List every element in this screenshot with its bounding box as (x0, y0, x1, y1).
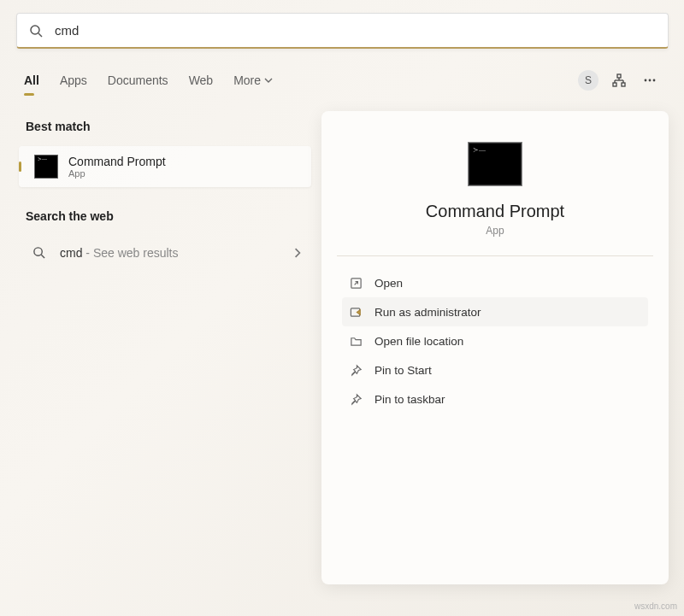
action-open-file-location[interactable]: Open file location (342, 326, 648, 355)
avatar[interactable]: S (578, 70, 598, 91)
svg-line-13 (41, 255, 44, 258)
tab-web[interactable]: Web (189, 67, 214, 94)
svg-rect-2 (617, 74, 621, 78)
search-web-header: Search the web (19, 209, 311, 223)
preview-panel: Command Prompt App Open Run as administr… (321, 111, 669, 584)
results-panel: Best match Command Prompt App Search the… (19, 120, 311, 270)
tab-more[interactable]: More (233, 67, 273, 94)
svg-point-9 (645, 79, 647, 82)
action-run-as-admin[interactable]: Run as administrator (342, 297, 648, 326)
preview-app-icon (468, 142, 522, 186)
open-icon (349, 276, 363, 290)
cmd-thumbnail-icon (34, 155, 58, 179)
svg-point-10 (649, 79, 652, 82)
action-label: Pin to Start (374, 364, 432, 377)
action-pin-to-start[interactable]: Pin to Start (342, 355, 648, 384)
action-label: Pin to taskbar (374, 393, 445, 406)
pin-icon (349, 363, 363, 377)
admin-icon (349, 305, 363, 319)
watermark: wsxdn.com (634, 601, 677, 611)
svg-rect-4 (622, 83, 625, 86)
action-open[interactable]: Open (342, 268, 648, 297)
tab-apps[interactable]: Apps (60, 67, 87, 94)
best-match-header: Best match (19, 120, 311, 133)
chevron-down-icon (264, 76, 273, 85)
search-bar[interactable] (16, 13, 669, 49)
web-item-hint: - See web results (82, 246, 178, 260)
svg-rect-3 (613, 83, 616, 86)
svg-point-11 (653, 79, 656, 82)
search-input[interactable] (55, 23, 656, 38)
svg-point-12 (34, 248, 42, 255)
search-icon (32, 246, 46, 260)
action-label: Open (374, 277, 403, 290)
svg-line-1 (38, 33, 42, 37)
chevron-right-icon (292, 248, 303, 258)
tab-documents[interactable]: Documents (108, 67, 168, 94)
best-match-subtitle: App (68, 168, 166, 179)
pin-icon (349, 392, 363, 406)
action-list: Open Run as administrator Open file loca… (342, 268, 648, 414)
web-item-query: cmd (60, 246, 82, 260)
preview-subtitle: App (342, 225, 648, 237)
org-chart-icon[interactable] (609, 70, 629, 91)
web-item-text: cmd - See web results (60, 246, 292, 260)
preview-title: Command Prompt (342, 202, 648, 221)
action-label: Open file location (374, 335, 463, 348)
tab-all[interactable]: All (24, 67, 39, 94)
action-label: Run as administrator (374, 306, 481, 319)
best-match-title: Command Prompt (68, 155, 166, 168)
svg-point-0 (31, 26, 39, 34)
divider (337, 255, 653, 256)
filter-tabs: All Apps Documents Web More S (24, 67, 660, 94)
action-pin-to-taskbar[interactable]: Pin to taskbar (342, 384, 648, 414)
best-match-item[interactable]: Command Prompt App (19, 146, 311, 187)
more-options-icon[interactable] (640, 70, 660, 91)
search-web-item[interactable]: cmd - See web results (19, 236, 311, 270)
tab-more-label: More (233, 73, 261, 87)
folder-icon (349, 334, 363, 348)
search-icon (29, 24, 43, 38)
